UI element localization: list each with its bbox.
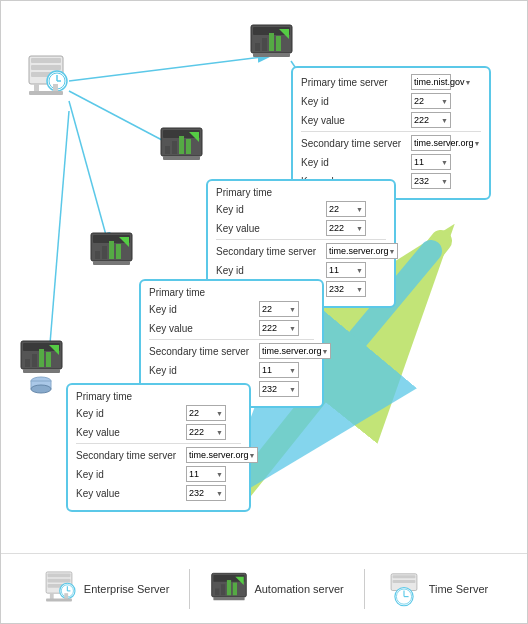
svg-rect-40 [102, 246, 107, 259]
panel1-primary-label: Primary time server [301, 77, 411, 88]
panel1-sec-keyid-row: Key id 11 ▼ [301, 154, 481, 170]
panel3-sec-keyid-arrow: ▼ [289, 367, 296, 374]
panel3-keyval-label: Key value [149, 323, 259, 334]
panel3-secondary-label: Secondary time server [149, 346, 259, 357]
svg-rect-24 [262, 38, 267, 51]
panel1-primary-value: time.nist.gov [414, 77, 465, 87]
panel2-keyval-row: Key value 222 ▼ [216, 220, 386, 236]
legend-time: Time Server [385, 568, 489, 610]
panel4-keyid-input[interactable]: 22 ▼ [186, 405, 226, 421]
panel4-keyval-value: 222 [189, 427, 204, 437]
panel3-keyid-input[interactable]: 22 ▼ [259, 301, 299, 317]
panel4-secondary-arrow: ▼ [249, 452, 256, 459]
panel4-keyid-arrow: ▼ [216, 410, 223, 417]
main-container: Primary time server time.nist.gov ▼ Key … [0, 0, 528, 624]
panel1-keyid-input[interactable]: 22 ▼ [411, 93, 451, 109]
svg-rect-33 [179, 136, 184, 154]
legend-enterprise-label: Enterprise Server [84, 583, 170, 595]
panel3-keyid-arrow: ▼ [289, 306, 296, 313]
svg-rect-41 [109, 241, 114, 259]
panel2-keyid-input[interactable]: 22 ▼ [326, 201, 366, 217]
panel3-sec-keyid-input[interactable]: 11 ▼ [259, 362, 299, 378]
svg-rect-58 [47, 578, 70, 582]
panel1-primary-arrow: ▼ [465, 79, 472, 86]
svg-rect-71 [227, 580, 231, 595]
automation-server-legend-icon [210, 571, 248, 606]
panel1-sec-keyval-input[interactable]: 232 ▼ [411, 173, 451, 189]
panel2-sec-keyval-input[interactable]: 232 ▼ [326, 281, 366, 297]
panel3-keyval-value: 222 [262, 323, 277, 333]
panel2-sec-keyval-arrow: ▼ [356, 286, 363, 293]
svg-rect-76 [392, 575, 415, 578]
svg-rect-36 [163, 156, 200, 160]
panel1-sec-keyid-label: Key id [301, 157, 411, 168]
panel1-secondary-label: Secondary time server [301, 138, 411, 149]
panel3-primary-row: Primary time [149, 287, 314, 298]
svg-rect-70 [221, 584, 225, 595]
panel1-sec-keyid-input[interactable]: 11 ▼ [411, 154, 451, 170]
panel2-keyid-value: 22 [329, 204, 339, 214]
panel2-keyval-input[interactable]: 222 ▼ [326, 220, 366, 236]
legend: Enterprise Server Automation server [1, 553, 527, 623]
panel4-keyid-label: Key id [76, 408, 186, 419]
panel1-primary-input[interactable]: time.nist.gov ▼ [411, 74, 451, 90]
panel1-secondary-row: Secondary time server time.server.org ▼ [301, 135, 481, 151]
legend-automation: Automation server [210, 571, 343, 606]
svg-rect-72 [233, 583, 237, 596]
svg-rect-52 [23, 369, 60, 373]
svg-rect-34 [186, 139, 191, 154]
panel3-keyval-row: Key value 222 ▼ [149, 320, 314, 336]
panel2-secondary-input[interactable]: time.server.org ▼ [326, 243, 398, 259]
panel2-keyid-arrow: ▼ [356, 206, 363, 213]
panel4-keyid-value: 22 [189, 408, 199, 418]
svg-rect-19 [53, 84, 58, 92]
panel3-primary-label: Primary time [149, 287, 259, 298]
panel2-keyval-arrow: ▼ [356, 225, 363, 232]
panel4-sec-keyval-input[interactable]: 232 ▼ [186, 485, 226, 501]
svg-line-5 [69, 56, 271, 81]
enterprise-server-legend-icon [40, 568, 78, 610]
panel4-secondary-input[interactable]: time.server.org ▼ [186, 447, 258, 463]
panel2-secondary-row: Secondary time server time.server.org ▼ [216, 243, 386, 259]
panel1-keyval-input[interactable]: 222 ▼ [411, 112, 451, 128]
legend-divider-2 [364, 569, 365, 609]
svg-rect-49 [39, 349, 44, 367]
svg-rect-12 [31, 65, 61, 70]
panel4-sec-keyid-arrow: ▼ [216, 471, 223, 478]
panel4-sec-keyid-label: Key id [76, 469, 186, 480]
panel1-secondary-input[interactable]: time.server.org ▼ [411, 135, 451, 151]
legend-divider-1 [189, 569, 190, 609]
svg-rect-11 [31, 58, 61, 63]
panel2-secondary-label: Secondary time server [216, 246, 326, 257]
svg-rect-23 [255, 43, 260, 51]
panel2-sec-keyid-input[interactable]: 11 ▼ [326, 262, 366, 278]
svg-rect-64 [50, 593, 54, 599]
panel4-sec-keyval-value: 232 [189, 488, 204, 498]
panel2-divider [216, 239, 386, 240]
time-server-legend-icon [385, 568, 423, 610]
svg-line-7 [69, 101, 109, 246]
panel1-divider [301, 131, 481, 132]
svg-rect-20 [29, 91, 63, 95]
panel4-sec-keyid-input[interactable]: 11 ▼ [186, 466, 226, 482]
panel4-secondary-label: Secondary time server [76, 450, 186, 461]
panel2-secondary-arrow: ▼ [389, 248, 396, 255]
panel2-sec-keyid-arrow: ▼ [356, 267, 363, 274]
panel4-primary-row: Primary time [76, 391, 241, 402]
svg-rect-28 [253, 53, 290, 57]
panel1-keyval-row: Key value 222 ▼ [301, 112, 481, 128]
svg-rect-50 [46, 352, 51, 367]
panel4-keyval-input[interactable]: 222 ▼ [186, 424, 226, 440]
panel3-keyval-input[interactable]: 222 ▼ [259, 320, 299, 336]
panel1-keyid-value: 22 [414, 96, 424, 106]
svg-rect-66 [46, 598, 72, 601]
panel4-keyid-row: Key id 22 ▼ [76, 405, 241, 421]
panel2-keyid-row: Key id 22 ▼ [216, 201, 386, 217]
panel1-keyval-label: Key value [301, 115, 411, 126]
panel2-sec-keyid-label: Key id [216, 265, 326, 276]
automation-server-1 [249, 23, 294, 63]
panel3-secondary-input[interactable]: time.server.org ▼ [259, 343, 331, 359]
enterprise-server-icon [21, 51, 71, 106]
legend-time-label: Time Server [429, 583, 489, 595]
panel3-sec-keyval-input[interactable]: 232 ▼ [259, 381, 299, 397]
